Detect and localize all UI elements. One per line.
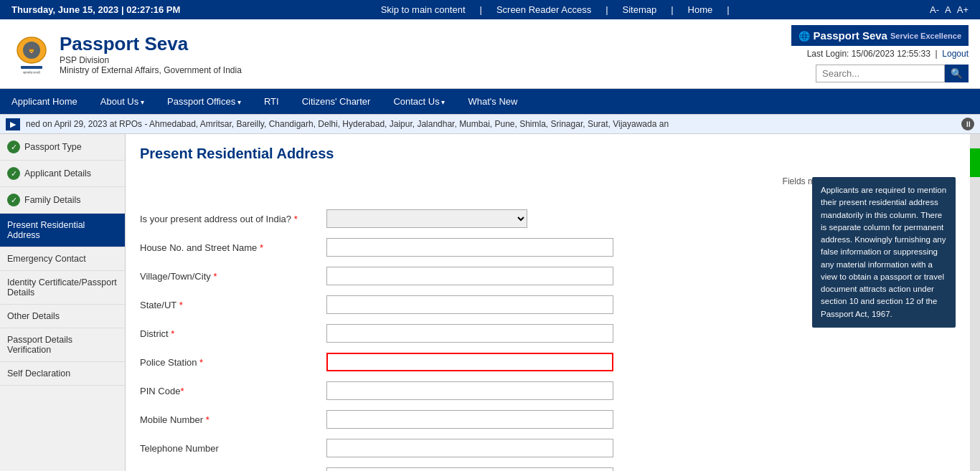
passport-seva-logo-box: 🌐 Passport Seva Service Excellence [791,25,969,46]
sidebar-item-passport-verification-label: Passport Details Verification [7,335,118,355]
field-control-mobile-number [326,410,613,429]
field-label-telephone-number: Telephone Number [140,443,326,454]
field-pin-code: PIN Code* [140,381,956,400]
field-label-district: District * [140,328,326,339]
font-large-btn[interactable]: A+ [957,4,969,15]
sidebar-item-passport-type-label: Passport Type [24,142,82,152]
sidebar-item-present-address-label: Present Residential Address [7,220,118,240]
field-label-police-station: Police Station * [140,357,326,368]
field-label-house-street: House No. and Street Name * [140,242,326,253]
sidebar-item-applicant-details-label: Applicant Details [24,168,91,179]
field-control-telephone-number [326,439,613,457]
scrollbar-thumb [970,148,980,177]
header: 🦁 सत्यमेव जयते Passport Seva PSP Divisio… [0,19,980,89]
font-controls: A- A A+ [930,4,969,15]
font-small-btn[interactable]: A- [930,4,939,15]
content-area: Present Residential Address Fields marke… [126,134,970,471]
last-login-info: Last Login: 15/06/2023 12:55:33 | Logout [807,49,969,59]
check-icon: ✓ [7,194,20,206]
nav-applicant-home[interactable]: Applicant Home [0,89,89,114]
field-control-police-station [326,353,613,371]
field-label-mobile-number: Mobile Number * [140,414,326,425]
sidebar-item-identity-cert[interactable]: Identity Certificate/Passport Details [0,271,125,305]
header-title: Passport Seva PSP Division Ministry of E… [60,33,242,75]
site-title: Passport Seva [60,33,242,55]
svg-rect-3 [21,66,42,69]
sidebar-item-emergency-contact[interactable]: Emergency Contact [0,247,125,271]
field-label-pin-code: PIN Code* [140,386,326,396]
address-out-of-india-select[interactable]: Yes No [326,209,527,228]
page-scrollbar[interactable] [970,134,980,471]
field-email: E-mail Id * [140,467,956,471]
field-control-house-street [326,238,613,257]
header-right: 🌐 Passport Seva Service Excellence Last … [791,25,969,82]
village-town-city-input[interactable] [326,267,613,285]
nav-contact-us[interactable]: Contact Us [382,89,456,114]
nav-whats-new[interactable]: What's New [456,89,529,114]
header-left: 🦁 सत्यमेव जयते Passport Seva PSP Divisio… [11,32,242,75]
header-search-button[interactable]: 🔍 [945,65,969,82]
sidebar-item-family-details[interactable]: ✓ Family Details [0,187,125,214]
font-normal-btn[interactable]: A [945,4,951,15]
ticker-stop-btn[interactable]: ⏸ [961,118,974,130]
sidebar-item-other-details[interactable]: Other Details [0,305,125,328]
header-search-input[interactable] [816,65,945,82]
district-input[interactable] [326,324,613,343]
sidebar-item-applicant-details[interactable]: ✓ Applicant Details [0,161,125,187]
check-icon: ✓ [7,167,20,180]
svg-text:🦁: 🦁 [28,47,35,54]
field-control-email [326,467,613,471]
emblem-icon: 🦁 सत्यमेव जयते [11,32,51,75]
sidebar-item-identity-cert-label: Identity Certificate/Passport Details [7,277,118,298]
sidebar-item-self-declaration-label: Self Declaration [7,368,70,379]
nav-rti[interactable]: RTI [253,89,291,114]
field-telephone-number: Telephone Number [140,439,956,457]
telephone-number-input[interactable] [326,439,613,457]
sidebar-item-passport-verification[interactable]: Passport Details Verification [0,328,125,362]
sidebar: ✓ Passport Type ✓ Applicant Details ✓ Fa… [0,134,126,471]
division-label: PSP Division [60,55,242,65]
nav-about-us[interactable]: About Us [89,89,156,114]
sitemap-link[interactable]: Sitemap [623,4,657,15]
field-control-district [326,324,613,343]
screen-reader-link[interactable]: Screen Reader Access [496,4,591,15]
home-link[interactable]: Home [688,4,713,15]
sidebar-item-present-address[interactable]: Present Residential Address [0,214,125,247]
field-control-pin-code [326,381,613,400]
field-police-station: Police Station * [140,353,956,371]
field-label-address-out-of-india: Is your present address out of India? * [140,214,326,224]
field-label-village-town-city: Village/Town/City * [140,271,326,282]
main-layout: ✓ Passport Type ✓ Applicant Details ✓ Fa… [0,134,980,471]
skip-link[interactable]: Skip to main content [381,4,466,15]
nav-passport-offices[interactable]: Passport Offices [156,89,253,114]
nav-citizens-charter[interactable]: Citizens' Charter [291,89,382,114]
ticker-arrow[interactable]: ▶ [6,118,20,130]
pin-code-input[interactable] [326,381,613,400]
tooltip-box: Applicants are required to mention their… [812,177,956,328]
logo-tagline: Service Excellence [890,32,961,40]
sidebar-item-passport-type[interactable]: ✓ Passport Type [0,134,125,161]
field-control-village-town-city [326,267,613,285]
header-search: 🔍 [816,65,969,82]
sidebar-item-family-details-label: Family Details [24,195,81,205]
house-street-input[interactable] [326,238,613,257]
nav-bar: Applicant Home About Us Passport Offices… [0,89,980,114]
last-login-label: Last Login: 15/06/2023 [807,49,895,59]
datetime: Thursday, June 15, 2023 | 02:27:16 PM [11,4,180,15]
state-ut-input[interactable] [326,295,613,314]
top-nav-links: Skip to main content | Screen Reader Acc… [381,4,730,15]
ministry-label: Ministry of External Affairs, Government… [60,65,242,75]
check-icon: ✓ [7,141,20,153]
passport-seva-logo-text: 🌐 Passport Seva [798,29,887,42]
sidebar-item-emergency-contact-label: Emergency Contact [7,254,86,264]
page-title: Present Residential Address [140,146,956,168]
logout-link[interactable]: Logout [942,49,969,59]
field-label-state-ut: State/UT * [140,300,326,310]
mobile-number-input[interactable] [326,410,613,429]
email-input[interactable] [326,467,613,471]
police-station-input[interactable] [326,353,613,371]
sidebar-item-self-declaration[interactable]: Self Declaration [0,362,125,386]
top-bar: Thursday, June 15, 2023 | 02:27:16 PM Sk… [0,0,980,19]
sidebar-item-other-details-label: Other Details [7,311,60,321]
ticker-text: ned on April 29, 2023 at RPOs - Ahmedaba… [26,119,956,129]
